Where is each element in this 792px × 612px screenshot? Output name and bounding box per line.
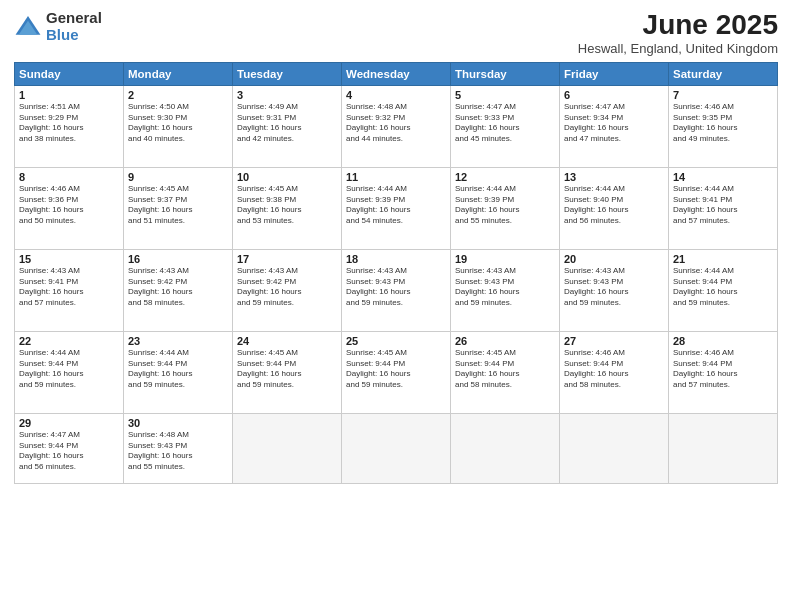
header: General Blue June 2025 Heswall, England,… xyxy=(14,10,778,56)
calendar-week-0: 1Sunrise: 4:51 AM Sunset: 9:29 PM Daylig… xyxy=(15,85,778,167)
calendar-cell: 18Sunrise: 4:43 AM Sunset: 9:43 PM Dayli… xyxy=(342,249,451,331)
calendar-cell: 24Sunrise: 4:45 AM Sunset: 9:44 PM Dayli… xyxy=(233,331,342,413)
calendar-cell: 3Sunrise: 4:49 AM Sunset: 9:31 PM Daylig… xyxy=(233,85,342,167)
day-number: 3 xyxy=(237,89,337,101)
header-friday: Friday xyxy=(560,62,669,85)
day-info: Sunrise: 4:50 AM Sunset: 9:30 PM Dayligh… xyxy=(128,102,228,145)
header-monday: Monday xyxy=(124,62,233,85)
calendar-week-3: 22Sunrise: 4:44 AM Sunset: 9:44 PM Dayli… xyxy=(15,331,778,413)
day-number: 13 xyxy=(564,171,664,183)
header-row: Sunday Monday Tuesday Wednesday Thursday… xyxy=(15,62,778,85)
calendar-cell: 30Sunrise: 4:48 AM Sunset: 9:43 PM Dayli… xyxy=(124,413,233,483)
day-number: 21 xyxy=(673,253,773,265)
day-info: Sunrise: 4:45 AM Sunset: 9:44 PM Dayligh… xyxy=(455,348,555,391)
day-number: 10 xyxy=(237,171,337,183)
calendar-page: General Blue June 2025 Heswall, England,… xyxy=(0,0,792,612)
day-info: Sunrise: 4:44 AM Sunset: 9:44 PM Dayligh… xyxy=(673,266,773,309)
calendar-cell: 4Sunrise: 4:48 AM Sunset: 9:32 PM Daylig… xyxy=(342,85,451,167)
day-info: Sunrise: 4:46 AM Sunset: 9:44 PM Dayligh… xyxy=(564,348,664,391)
calendar-body: 1Sunrise: 4:51 AM Sunset: 9:29 PM Daylig… xyxy=(15,85,778,483)
day-info: Sunrise: 4:43 AM Sunset: 9:43 PM Dayligh… xyxy=(455,266,555,309)
calendar-cell: 8Sunrise: 4:46 AM Sunset: 9:36 PM Daylig… xyxy=(15,167,124,249)
calendar-cell xyxy=(233,413,342,483)
day-info: Sunrise: 4:45 AM Sunset: 9:37 PM Dayligh… xyxy=(128,184,228,227)
header-tuesday: Tuesday xyxy=(233,62,342,85)
day-number: 6 xyxy=(564,89,664,101)
calendar-cell: 15Sunrise: 4:43 AM Sunset: 9:41 PM Dayli… xyxy=(15,249,124,331)
calendar-cell: 12Sunrise: 4:44 AM Sunset: 9:39 PM Dayli… xyxy=(451,167,560,249)
day-info: Sunrise: 4:43 AM Sunset: 9:41 PM Dayligh… xyxy=(19,266,119,309)
calendar-cell: 6Sunrise: 4:47 AM Sunset: 9:34 PM Daylig… xyxy=(560,85,669,167)
day-number: 9 xyxy=(128,171,228,183)
calendar-cell: 22Sunrise: 4:44 AM Sunset: 9:44 PM Dayli… xyxy=(15,331,124,413)
day-number: 22 xyxy=(19,335,119,347)
day-info: Sunrise: 4:44 AM Sunset: 9:39 PM Dayligh… xyxy=(455,184,555,227)
day-number: 1 xyxy=(19,89,119,101)
calendar-cell: 1Sunrise: 4:51 AM Sunset: 9:29 PM Daylig… xyxy=(15,85,124,167)
calendar-cell: 17Sunrise: 4:43 AM Sunset: 9:42 PM Dayli… xyxy=(233,249,342,331)
day-number: 8 xyxy=(19,171,119,183)
calendar-cell: 16Sunrise: 4:43 AM Sunset: 9:42 PM Dayli… xyxy=(124,249,233,331)
day-info: Sunrise: 4:48 AM Sunset: 9:32 PM Dayligh… xyxy=(346,102,446,145)
calendar-cell: 26Sunrise: 4:45 AM Sunset: 9:44 PM Dayli… xyxy=(451,331,560,413)
calendar-week-2: 15Sunrise: 4:43 AM Sunset: 9:41 PM Dayli… xyxy=(15,249,778,331)
day-number: 15 xyxy=(19,253,119,265)
day-info: Sunrise: 4:45 AM Sunset: 9:44 PM Dayligh… xyxy=(237,348,337,391)
day-number: 30 xyxy=(128,417,228,429)
logo-text: General Blue xyxy=(46,10,102,43)
day-info: Sunrise: 4:43 AM Sunset: 9:43 PM Dayligh… xyxy=(346,266,446,309)
day-info: Sunrise: 4:45 AM Sunset: 9:44 PM Dayligh… xyxy=(346,348,446,391)
day-info: Sunrise: 4:46 AM Sunset: 9:36 PM Dayligh… xyxy=(19,184,119,227)
day-number: 20 xyxy=(564,253,664,265)
calendar-cell: 10Sunrise: 4:45 AM Sunset: 9:38 PM Dayli… xyxy=(233,167,342,249)
day-number: 24 xyxy=(237,335,337,347)
day-info: Sunrise: 4:44 AM Sunset: 9:40 PM Dayligh… xyxy=(564,184,664,227)
calendar-cell: 13Sunrise: 4:44 AM Sunset: 9:40 PM Dayli… xyxy=(560,167,669,249)
day-number: 19 xyxy=(455,253,555,265)
calendar-cell: 29Sunrise: 4:47 AM Sunset: 9:44 PM Dayli… xyxy=(15,413,124,483)
day-info: Sunrise: 4:46 AM Sunset: 9:35 PM Dayligh… xyxy=(673,102,773,145)
day-info: Sunrise: 4:43 AM Sunset: 9:42 PM Dayligh… xyxy=(237,266,337,309)
calendar-header: Sunday Monday Tuesday Wednesday Thursday… xyxy=(15,62,778,85)
day-number: 29 xyxy=(19,417,119,429)
day-info: Sunrise: 4:45 AM Sunset: 9:38 PM Dayligh… xyxy=(237,184,337,227)
header-sunday: Sunday xyxy=(15,62,124,85)
day-info: Sunrise: 4:47 AM Sunset: 9:44 PM Dayligh… xyxy=(19,430,119,473)
day-number: 28 xyxy=(673,335,773,347)
header-thursday: Thursday xyxy=(451,62,560,85)
day-info: Sunrise: 4:44 AM Sunset: 9:44 PM Dayligh… xyxy=(19,348,119,391)
logo: General Blue xyxy=(14,10,102,43)
calendar-week-4: 29Sunrise: 4:47 AM Sunset: 9:44 PM Dayli… xyxy=(15,413,778,483)
calendar-week-1: 8Sunrise: 4:46 AM Sunset: 9:36 PM Daylig… xyxy=(15,167,778,249)
day-number: 26 xyxy=(455,335,555,347)
day-number: 17 xyxy=(237,253,337,265)
calendar-cell: 7Sunrise: 4:46 AM Sunset: 9:35 PM Daylig… xyxy=(669,85,778,167)
month-title: June 2025 xyxy=(578,10,778,41)
calendar-cell xyxy=(451,413,560,483)
calendar-cell: 23Sunrise: 4:44 AM Sunset: 9:44 PM Dayli… xyxy=(124,331,233,413)
calendar-cell: 5Sunrise: 4:47 AM Sunset: 9:33 PM Daylig… xyxy=(451,85,560,167)
day-number: 11 xyxy=(346,171,446,183)
day-number: 5 xyxy=(455,89,555,101)
title-block: June 2025 Heswall, England, United Kingd… xyxy=(578,10,778,56)
calendar-cell: 11Sunrise: 4:44 AM Sunset: 9:39 PM Dayli… xyxy=(342,167,451,249)
calendar-cell: 14Sunrise: 4:44 AM Sunset: 9:41 PM Dayli… xyxy=(669,167,778,249)
day-info: Sunrise: 4:44 AM Sunset: 9:39 PM Dayligh… xyxy=(346,184,446,227)
calendar-cell: 20Sunrise: 4:43 AM Sunset: 9:43 PM Dayli… xyxy=(560,249,669,331)
calendar-cell xyxy=(560,413,669,483)
day-info: Sunrise: 4:43 AM Sunset: 9:42 PM Dayligh… xyxy=(128,266,228,309)
calendar-cell: 2Sunrise: 4:50 AM Sunset: 9:30 PM Daylig… xyxy=(124,85,233,167)
day-number: 2 xyxy=(128,89,228,101)
location: Heswall, England, United Kingdom xyxy=(578,41,778,56)
day-number: 27 xyxy=(564,335,664,347)
day-info: Sunrise: 4:44 AM Sunset: 9:44 PM Dayligh… xyxy=(128,348,228,391)
calendar-cell: 19Sunrise: 4:43 AM Sunset: 9:43 PM Dayli… xyxy=(451,249,560,331)
calendar-cell: 28Sunrise: 4:46 AM Sunset: 9:44 PM Dayli… xyxy=(669,331,778,413)
logo-general: General xyxy=(46,10,102,27)
day-info: Sunrise: 4:49 AM Sunset: 9:31 PM Dayligh… xyxy=(237,102,337,145)
day-number: 18 xyxy=(346,253,446,265)
day-info: Sunrise: 4:47 AM Sunset: 9:33 PM Dayligh… xyxy=(455,102,555,145)
day-number: 16 xyxy=(128,253,228,265)
day-info: Sunrise: 4:51 AM Sunset: 9:29 PM Dayligh… xyxy=(19,102,119,145)
logo-icon xyxy=(14,13,42,41)
